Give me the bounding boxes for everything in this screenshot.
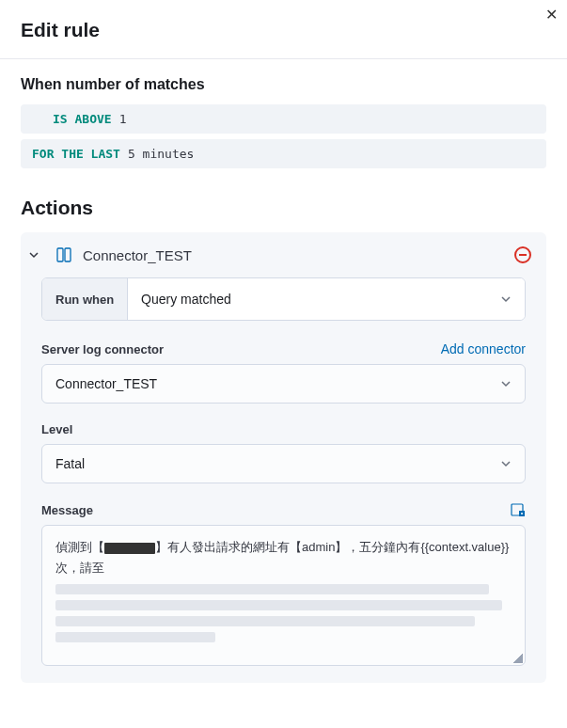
run-when-value: Query matched — [141, 292, 231, 307]
connector-select[interactable]: Connector_TEST — [41, 364, 526, 404]
run-when-row: Run when Query matched — [41, 277, 526, 321]
message-text-prefix: 偵測到【 — [55, 540, 104, 554]
chevron-down-icon[interactable] — [28, 249, 45, 261]
redacted-text — [104, 543, 155, 554]
svg-rect-1 — [65, 248, 71, 261]
actions-heading: Actions — [21, 197, 546, 219]
threshold-value: 1 — [119, 112, 127, 126]
redacted-line — [55, 584, 489, 594]
condition-row-above[interactable]: IS ABOVE 1 — [21, 104, 546, 134]
redacted-line — [55, 632, 215, 642]
chevron-down-icon — [500, 293, 512, 305]
page-title: Edit rule — [21, 19, 546, 41]
chevron-down-icon — [500, 378, 512, 389]
run-when-select[interactable]: Query matched — [128, 278, 525, 320]
chevron-down-icon — [500, 458, 512, 469]
action-title: Connector_TEST — [83, 247, 505, 263]
run-when-label: Run when — [42, 278, 128, 320]
condition-heading: When number of matches — [21, 76, 546, 93]
redacted-line — [55, 616, 475, 626]
connector-field-label: Server log connector — [41, 342, 164, 356]
level-select[interactable]: Fatal — [41, 444, 526, 483]
level-field-label: Level — [41, 422, 72, 436]
message-textarea[interactable]: 偵測到【】有人發出請求的網址有【admin】，五分鐘內有{{context.va… — [41, 525, 526, 666]
close-icon[interactable]: ✕ — [545, 6, 558, 24]
redacted-line — [55, 600, 502, 610]
keyword-for-last: FOR THE LAST — [32, 147, 120, 161]
remove-action-icon[interactable] — [514, 246, 531, 263]
keyword-is-above: IS ABOVE — [53, 112, 112, 126]
window-value: 5 minutes — [128, 147, 194, 161]
resize-handle[interactable] — [513, 654, 523, 663]
condition-row-window[interactable]: FOR THE LAST 5 minutes — [21, 139, 546, 168]
message-field-label: Message — [41, 503, 93, 517]
connector-value: Connector_TEST — [55, 376, 157, 391]
action-panel: Connector_TEST Run when Query matched Se… — [21, 232, 546, 683]
svg-rect-0 — [57, 248, 63, 261]
level-value: Fatal — [55, 456, 85, 471]
add-variable-icon[interactable] — [511, 502, 526, 517]
connector-icon — [55, 245, 73, 264]
add-connector-link[interactable]: Add connector — [441, 341, 526, 356]
